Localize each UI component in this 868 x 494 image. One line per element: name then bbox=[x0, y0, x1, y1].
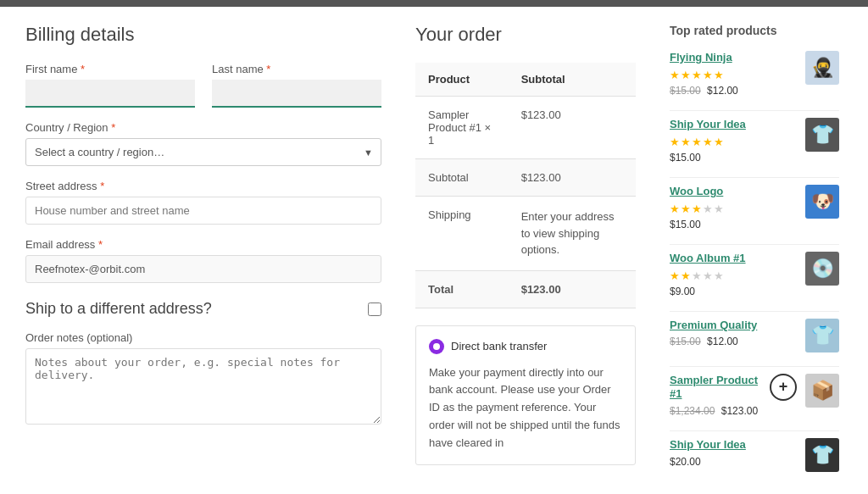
product-thumb-icon: 🥷 bbox=[811, 57, 834, 79]
country-field: Country / Region * Select a country / re… bbox=[25, 121, 381, 166]
product-list: Flying Ninja ★★★★★ $15.00 $12.00 🥷 Ship … bbox=[670, 51, 839, 472]
star-filled: ★ bbox=[681, 136, 691, 148]
star-filled: ★ bbox=[692, 203, 702, 215]
star-empty: ★ bbox=[703, 203, 713, 215]
star-empty: ★ bbox=[703, 269, 713, 282]
star-filled: ★ bbox=[703, 69, 713, 81]
product-old-price: $15.00 bbox=[670, 85, 701, 97]
product-name[interactable]: Flying Ninja bbox=[670, 51, 797, 65]
add-to-cart-button[interactable]: + bbox=[770, 374, 797, 401]
product-name[interactable]: Woo Logo bbox=[670, 185, 797, 199]
shipping-label: Shipping bbox=[415, 197, 509, 271]
email-label: Email address * bbox=[25, 238, 381, 251]
product-new-price: $12.00 bbox=[707, 85, 738, 97]
star-filled: ★ bbox=[714, 136, 724, 148]
payment-radio[interactable] bbox=[429, 339, 444, 354]
star-filled: ★ bbox=[681, 69, 691, 81]
order-table-header: Product Subtotal bbox=[415, 63, 636, 97]
col-product: Product bbox=[415, 63, 509, 97]
sidebar: Top rated products Flying Ninja ★★★★★ $1… bbox=[670, 24, 839, 486]
subtotal-row: Subtotal $123.00 bbox=[415, 159, 636, 197]
divider bbox=[670, 110, 839, 111]
country-select[interactable]: Select a country / region… bbox=[25, 138, 381, 166]
product-thumb-icon: 📦 bbox=[811, 380, 834, 402]
list-item: Flying Ninja ★★★★★ $15.00 $12.00 🥷 bbox=[670, 51, 839, 97]
product-old-price: $1,234.00 bbox=[670, 405, 715, 417]
product-old-price: $15.00 bbox=[670, 336, 701, 347]
email-row: Email address * bbox=[25, 238, 381, 283]
star-filled: ★ bbox=[681, 269, 691, 282]
list-item: Ship Your Idea ★★★★★ $15.00 👕 bbox=[670, 118, 839, 164]
street-label: Street address * bbox=[25, 180, 381, 192]
divider bbox=[670, 244, 839, 245]
list-item: Woo Album #1 ★★★★★ $9.00 💿 bbox=[670, 252, 839, 297]
payment-description: Make your payment directly into our bank… bbox=[429, 364, 622, 452]
product-price-cell: $123.00 bbox=[509, 97, 636, 159]
product-name[interactable]: Ship Your Idea bbox=[670, 118, 797, 132]
product-thumbnail: 💿 bbox=[805, 252, 839, 286]
order-notes-label: Order notes (optional) bbox=[25, 331, 381, 344]
star-filled: ★ bbox=[670, 269, 680, 282]
order-notes-input[interactable] bbox=[25, 348, 381, 425]
product-new-price: $9.00 bbox=[670, 286, 695, 297]
payment-box: Direct bank transfer Make your payment d… bbox=[415, 325, 636, 466]
col-subtotal: Subtotal bbox=[509, 63, 636, 97]
product-stars: ★★★★★ bbox=[670, 269, 797, 282]
product-prices: $1,234.00 $123.00 bbox=[670, 405, 761, 417]
product-name[interactable]: Ship Your Idea bbox=[670, 438, 797, 452]
subtotal-label: Subtotal bbox=[415, 159, 509, 197]
billing-title: Billing details bbox=[25, 24, 381, 46]
product-name[interactable]: Woo Album #1 bbox=[670, 252, 797, 266]
product-new-price: $20.00 bbox=[670, 456, 701, 468]
last-name-field: Last name * bbox=[212, 63, 381, 108]
product-thumb-icon: 👕 bbox=[811, 444, 834, 466]
last-name-input[interactable] bbox=[212, 80, 381, 108]
star-filled: ★ bbox=[692, 136, 702, 148]
product-new-price: $15.00 bbox=[670, 152, 701, 164]
order-section: Your order Product Subtotal Sampler Prod… bbox=[415, 24, 636, 486]
divider bbox=[670, 177, 839, 178]
product-name[interactable]: Sampler Product #1 bbox=[670, 374, 761, 402]
payment-option: Direct bank transfer bbox=[429, 339, 622, 354]
product-stars: ★★★★★ bbox=[670, 136, 797, 148]
total-label: Total bbox=[415, 270, 509, 308]
divider bbox=[670, 311, 839, 312]
star-filled: ★ bbox=[681, 203, 691, 215]
order-table: Product Subtotal Sampler Product #1 × 1 … bbox=[415, 63, 636, 308]
product-thumbnail: 🥷 bbox=[805, 51, 839, 85]
list-item: Premium Quality $15.00 $12.00 👕 bbox=[670, 319, 839, 352]
product-thumbnail: 👕 bbox=[805, 319, 839, 352]
product-new-price: $12.00 bbox=[707, 336, 738, 347]
product-info: Ship Your Idea $20.00 bbox=[670, 438, 797, 468]
sidebar-title: Top rated products bbox=[670, 24, 839, 37]
product-prices: $15.00 $12.00 bbox=[670, 85, 797, 97]
product-info: Sampler Product #1 $1,234.00 $123.00 bbox=[670, 374, 761, 418]
street-input[interactable] bbox=[25, 197, 381, 225]
total-value: $123.00 bbox=[509, 270, 636, 308]
product-thumb-icon: 👕 bbox=[811, 325, 834, 347]
product-stars: ★★★★★ bbox=[670, 203, 797, 215]
list-item: Woo Logo ★★★★★ $15.00 🐶 bbox=[670, 185, 839, 230]
product-prices: $9.00 bbox=[670, 286, 797, 297]
ship-different-checkbox[interactable] bbox=[368, 303, 381, 316]
star-filled: ★ bbox=[670, 69, 680, 81]
product-info: Woo Logo ★★★★★ $15.00 bbox=[670, 185, 797, 230]
street-field: Street address * bbox=[25, 180, 381, 225]
product-name-cell: Sampler Product #1 × 1 bbox=[415, 97, 509, 159]
product-thumbnail: 📦 bbox=[805, 374, 839, 408]
star-empty: ★ bbox=[714, 203, 724, 215]
ship-different-label: Ship to a different address? bbox=[25, 300, 212, 318]
table-row: Sampler Product #1 × 1 $123.00 bbox=[415, 97, 636, 159]
list-item: Sampler Product #1 $1,234.00 $123.00 + 📦 bbox=[670, 374, 839, 418]
payment-method-label: Direct bank transfer bbox=[451, 340, 547, 352]
street-row: Street address * bbox=[25, 180, 381, 225]
product-thumbnail: 🐶 bbox=[805, 185, 839, 219]
star-filled: ★ bbox=[670, 136, 680, 148]
name-row: First name * Last name * bbox=[25, 63, 381, 108]
product-name[interactable]: Premium Quality bbox=[670, 319, 797, 333]
subtotal-value: $123.00 bbox=[509, 159, 636, 197]
billing-section: Billing details First name * Last name * bbox=[25, 24, 381, 486]
email-input[interactable] bbox=[25, 255, 381, 283]
first-name-input[interactable] bbox=[25, 80, 195, 108]
product-info: Woo Album #1 ★★★★★ $9.00 bbox=[670, 252, 797, 297]
